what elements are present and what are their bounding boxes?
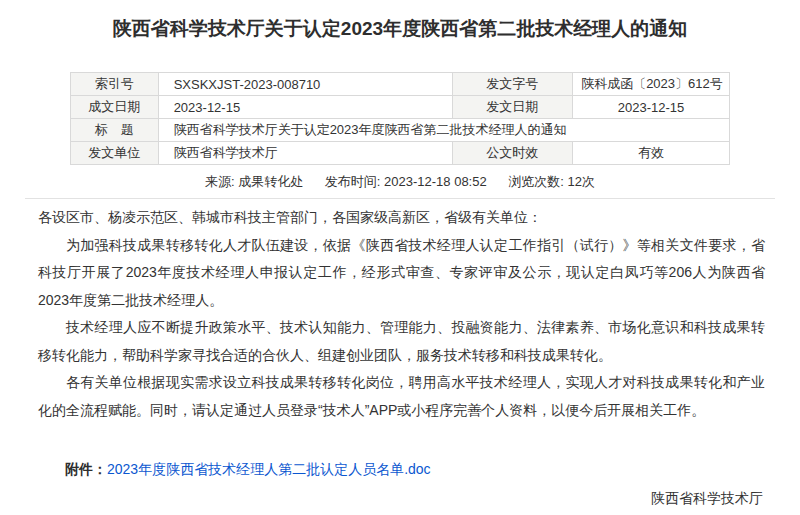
body-paragraph: 各有关单位根据现实需求设立科技成果转移转化岗位，聘用高水平技术经理人，实现人才对… (38, 369, 765, 424)
page-title: 陕西省科学技术厅关于认定2023年度陕西省第二批技术经理人的通知 (40, 16, 760, 42)
salutation-line: 各设区市、杨凌示范区、韩城市科技主管部门，各国家级高新区，省级有关单位： (38, 204, 765, 232)
view-count-label: 浏览次数: 12次 (508, 174, 595, 189)
issue-date-value: 2023-12-15 (573, 96, 730, 119)
body-paragraph: 技术经理人应不断提升政策水平、技术认知能力、管理能力、投融资能力、法律素养、市场… (38, 314, 765, 369)
attachment-label: 附件： (65, 461, 107, 477)
title-label: 标 题 (71, 119, 159, 142)
attachment-link[interactable]: 2023年度陕西省技术经理人第二批认定人员名单.doc (107, 461, 431, 477)
table-row: 成文日期 2023-12-15 发文日期 2023-12-15 (71, 96, 730, 119)
publish-time-label: 发布时间: 2023-12-18 08:52 (325, 174, 487, 189)
index-number-value: SXSKXJST-2023-008710 (158, 73, 452, 96)
validity-label: 公文时效 (452, 142, 573, 165)
signature-block: 陕西省科学技术厅 2023年12月15日 (0, 484, 800, 515)
written-date-value: 2023-12-15 (158, 96, 452, 119)
issuing-unit-value: 陕西省科学技术厅 (158, 142, 452, 165)
table-row: 标 题 陕西省科学技术厅关于认定2023年度陕西省第二批技术经理人的通知 (71, 119, 730, 142)
document-meta-table: 索引号 SXSKXJST-2023-008710 发文字号 陕科成函〔2023〕… (70, 72, 730, 165)
notice-body: 各设区市、杨凌示范区、韩城市科技主管部门，各国家级高新区，省级有关单位： 为加强… (0, 199, 800, 424)
issue-date-label: 发文日期 (452, 96, 573, 119)
signer-name: 陕西省科学技术厅 (0, 484, 763, 512)
source-info-bar: 来源: 成果转化处 发布时间: 2023-12-18 08:52 浏览次数: 1… (0, 173, 800, 191)
issuing-unit-label: 发文单位 (71, 142, 159, 165)
table-row: 发文单位 陕西省科学技术厅 公文时效 有效 (71, 142, 730, 165)
title-value: 陕西省科学技术厅关于认定2023年度陕西省第二批技术经理人的通知 (158, 119, 729, 142)
table-row: 索引号 SXSKXJST-2023-008710 发文字号 陕科成函〔2023〕… (71, 73, 730, 96)
body-paragraph: 为加强科技成果转移转化人才队伍建设，依据《陕西省技术经理人认定工作指引（试行）》… (38, 232, 765, 315)
doc-number-label: 发文字号 (452, 73, 573, 96)
source-label: 来源: 成果转化处 (205, 174, 303, 189)
attachment-row: 附件：2023年度陕西省技术经理人第二批认定人员名单.doc (65, 456, 765, 484)
index-number-label: 索引号 (71, 73, 159, 96)
signature-date: 2023年12月15日 (0, 512, 763, 515)
validity-value: 有效 (573, 142, 730, 165)
doc-number-value: 陕科成函〔2023〕612号 (573, 73, 730, 96)
notice-page: 陕西省科学技术厅关于认定2023年度陕西省第二批技术经理人的通知 索引号 SXS… (0, 16, 800, 515)
written-date-label: 成文日期 (71, 96, 159, 119)
